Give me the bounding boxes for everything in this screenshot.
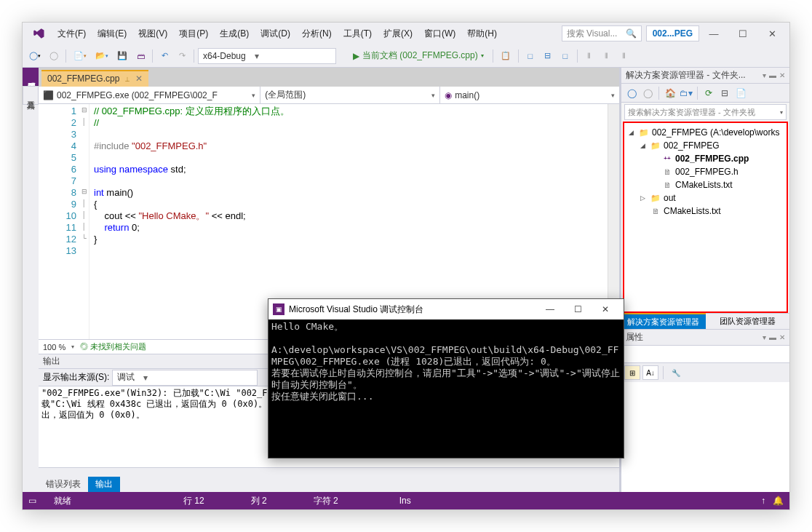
back-icon[interactable]: ◯ bbox=[624, 86, 639, 100]
solution-label[interactable]: 002...PEG bbox=[646, 25, 699, 41]
minimize-button[interactable]: — bbox=[536, 299, 564, 319]
output-tab[interactable]: 输出 bbox=[88, 477, 120, 492]
tree-row[interactable]: ◢📁002_FFMPEG (A:\develop\works bbox=[626, 126, 785, 139]
h6-button[interactable]: ⫴ bbox=[616, 47, 632, 65]
publish-icon[interactable]: ↑ bbox=[761, 496, 765, 506]
nav-func-dropdown[interactable]: ◉main()▾ bbox=[440, 87, 619, 103]
vs-logo-icon bbox=[25, 25, 52, 42]
dropdown-icon[interactable]: ▾ bbox=[763, 333, 766, 341]
menu-item[interactable]: 帮助(H) bbox=[461, 25, 503, 43]
nav-back-button[interactable]: ◯▾ bbox=[25, 47, 44, 65]
close-button[interactable]: ✕ bbox=[592, 299, 619, 319]
h3-button[interactable]: □ bbox=[557, 47, 573, 65]
h5-button[interactable]: ⫴ bbox=[599, 47, 615, 65]
console-title-bar[interactable]: ▣ Microsoft Visual Studio 调试控制台 — ☐ ✕ bbox=[268, 299, 624, 319]
toolbox-tab[interactable]: 工具箱 bbox=[23, 86, 39, 105]
maximize-button[interactable]: ☐ bbox=[564, 299, 592, 319]
alphabetical-button[interactable]: A↓ bbox=[642, 365, 658, 380]
nav-dropdowns: ⬛002_FFMPEG.exe (002_FFMPEG\002_F▾ (全局范围… bbox=[39, 87, 619, 104]
close-icon[interactable]: ✕ bbox=[779, 71, 785, 79]
menu-item[interactable]: 生成(B) bbox=[214, 25, 255, 43]
tree-row[interactable]: ◢📁002_FFMPEG bbox=[626, 139, 785, 152]
refresh-icon[interactable]: ⟳ bbox=[701, 86, 716, 100]
menu-item[interactable]: 分析(N) bbox=[296, 25, 338, 43]
maximize-button[interactable]: ☐ bbox=[728, 23, 757, 44]
status-line: 行 12 bbox=[183, 495, 204, 507]
no-issues-label: ◎ 未找到相关问题 bbox=[80, 341, 146, 352]
notifications-icon[interactable]: 🔔 bbox=[773, 496, 784, 506]
menu-item[interactable]: 文件(F) bbox=[52, 25, 92, 43]
new-button[interactable]: 📄▾ bbox=[70, 47, 90, 65]
h2-button[interactable]: ⊟ bbox=[540, 47, 556, 65]
categorized-button[interactable]: ⊞ bbox=[624, 365, 640, 380]
menu-item[interactable]: 项目(P) bbox=[173, 25, 214, 43]
status-bar: ▭ 就绪 行 12 列 2 字符 2 Ins ↑ 🔔 bbox=[23, 492, 789, 509]
menu-item[interactable]: 调试(D) bbox=[255, 25, 296, 43]
output-source-dropdown[interactable]: 调试▾ bbox=[112, 370, 258, 386]
dropdown-icon[interactable]: ▾ bbox=[763, 71, 766, 79]
insert-button[interactable]: 📋 bbox=[497, 47, 514, 65]
sln-explorer-tab[interactable]: 解决方案资源管理器 bbox=[621, 313, 706, 329]
close-icon[interactable]: ✕ bbox=[779, 333, 785, 341]
properties-panel: 属性 ▾▬✕ ⊞ A↓ 🔧 bbox=[621, 329, 789, 492]
menu-bar: 文件(F)编辑(E)视图(V)项目(P)生成(B)调试(D)分析(N)工具(T)… bbox=[52, 25, 503, 43]
title-bar: 文件(F)编辑(E)视图(V)项目(P)生成(B)调试(D)分析(N)工具(T)… bbox=[23, 23, 789, 44]
config-dropdown[interactable]: x64-Debug▾ bbox=[198, 48, 336, 64]
properties-title: 属性 ▾▬✕ bbox=[621, 330, 789, 346]
doc-tab[interactable]: 002_FFMPEG.cpp ⟂ ✕ bbox=[41, 70, 148, 87]
tree-row[interactable]: ++002_FFMPEG.cpp bbox=[626, 152, 785, 165]
menu-item[interactable]: 视图(V) bbox=[132, 25, 173, 43]
zoom-chevron-icon[interactable]: ▾ bbox=[71, 344, 74, 350]
run-button[interactable]: ▶ 当前文档 (002_FFMPEG.cpp) ▾ bbox=[348, 47, 489, 64]
pin-icon[interactable]: ▬ bbox=[769, 333, 776, 341]
collapse-icon[interactable]: ⊟ bbox=[717, 86, 732, 100]
close-button[interactable]: ✕ bbox=[757, 23, 787, 44]
status-ins: Ins bbox=[399, 496, 411, 506]
search-box[interactable]: 搜索 Visual... 🔍 bbox=[562, 25, 642, 41]
h1-button[interactable]: □ bbox=[522, 47, 538, 65]
menu-item[interactable]: 扩展(X) bbox=[378, 25, 418, 43]
output-hscrollbar[interactable] bbox=[39, 467, 619, 476]
left-tab-well: 服务器资源管理器 工具箱 bbox=[23, 68, 39, 492]
rect-icon: ▭ bbox=[28, 496, 36, 506]
doc-tab-row: 002_FFMPEG.cpp ⟂ ✕ bbox=[39, 68, 619, 87]
menu-item[interactable]: 窗口(W) bbox=[418, 25, 461, 43]
status-col: 列 2 bbox=[251, 495, 267, 507]
console-icon: ▣ bbox=[273, 303, 284, 315]
main-toolbar: ◯▾ ◯ 📄▾ 📂▾ 💾 🗃 ↶ ↷ x64-Debug▾ ▶ 当前文档 (00… bbox=[23, 44, 789, 68]
pin-icon[interactable]: ⟂ bbox=[125, 75, 130, 83]
menu-item[interactable]: 编辑(E) bbox=[92, 25, 132, 43]
pin-icon[interactable]: ▬ bbox=[769, 71, 776, 79]
nav-project-dropdown[interactable]: ⬛002_FFMPEG.exe (002_FFMPEG\002_F▾ bbox=[39, 87, 260, 103]
error-list-tab[interactable]: 错误列表 bbox=[39, 477, 88, 492]
nav-scope-dropdown[interactable]: (全局范围)▾ bbox=[260, 87, 440, 103]
tree-row[interactable]: 🗎CMakeLists.txt bbox=[626, 178, 785, 191]
undo-button[interactable]: ↶ bbox=[156, 47, 172, 65]
open-button[interactable]: 📂▾ bbox=[92, 47, 112, 65]
minimize-button[interactable]: — bbox=[699, 23, 728, 44]
switch-view-icon[interactable]: 🗀▾ bbox=[679, 86, 693, 100]
redo-button[interactable]: ↷ bbox=[174, 47, 190, 65]
explorer-title: 解决方案资源管理器 - 文件夹... ▾▬✕ bbox=[621, 68, 789, 84]
home-icon[interactable]: 🏠 bbox=[663, 86, 677, 100]
console-body[interactable]: Hello CMake。 A:\develop\workspace\VS\002… bbox=[268, 319, 624, 458]
team-explorer-tab[interactable]: 团队资源管理器 bbox=[706, 313, 790, 329]
save-button[interactable]: 💾 bbox=[114, 47, 131, 65]
fwd-icon[interactable]: ◯ bbox=[640, 86, 655, 100]
close-icon[interactable]: ✕ bbox=[135, 74, 143, 84]
explorer-search[interactable]: 搜索解决方案资源管理器 - 文件夹视 ▾ bbox=[624, 104, 787, 120]
save-all-button[interactable]: 🗃 bbox=[132, 47, 148, 65]
nav-fwd-button[interactable]: ◯ bbox=[46, 47, 62, 65]
explorer-toolbar: ◯ ◯ 🏠 🗀▾ ⟳ ⊟ 📄 bbox=[621, 84, 789, 103]
status-ready: 就绪 bbox=[54, 495, 71, 507]
solution-tree[interactable]: ◢📁002_FFMPEG (A:\develop\works◢📁002_FFMP… bbox=[623, 122, 788, 313]
search-icon: 🔍 bbox=[626, 28, 637, 39]
show-all-icon[interactable]: 📄 bbox=[733, 86, 748, 100]
tree-row[interactable]: 🗎CMakeLists.txt bbox=[626, 205, 785, 218]
h4-button[interactable]: ⫴ bbox=[581, 47, 597, 65]
prop-pages-button[interactable]: 🔧 bbox=[668, 365, 684, 380]
server-explorer-tab[interactable]: 服务器资源管理器 bbox=[23, 68, 39, 86]
tree-row[interactable]: 🗎002_FFMPEG.h bbox=[626, 165, 785, 178]
menu-item[interactable]: 工具(T) bbox=[338, 25, 378, 43]
tree-row[interactable]: ▷📁out bbox=[626, 191, 785, 205]
